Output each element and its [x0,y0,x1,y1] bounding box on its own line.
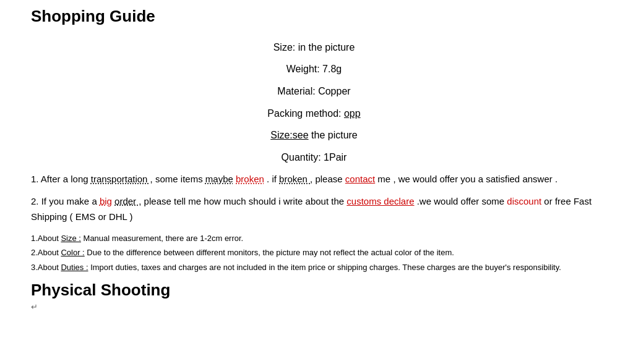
spec-size: Size: in the picture [31,40,597,56]
note-duties: 3.About Duties : Import duties, taxes an… [31,260,597,274]
contact-link[interactable]: contact [345,174,375,184]
return-symbol: ↵ [31,302,597,311]
order-word: order , [114,196,141,206]
spec-quantity: Quantity: 1Pair [31,150,597,166]
spec-weight: Weight: 7.8g [31,61,597,77]
broken1-word: broken [236,174,264,184]
spec-size-see: Size:see the picture [31,127,597,143]
size-see-label: Size:see [270,130,308,140]
notes-section: 1.About Size : Manual measurement, there… [31,231,597,274]
customs-declare-link[interactable]: customs declare [346,196,414,206]
physical-shooting-title: Physical Shooting [31,281,597,300]
note-color: 2.About Color : Due to the difference be… [31,245,597,260]
spec-packing: Packing method: opp [31,106,597,122]
big-word: big [100,196,112,206]
note-color-label: Color : [61,248,84,257]
note-duties-label: Duties : [61,263,88,272]
discount-word: discount [507,196,541,206]
spec-material: Material: Copper [31,83,597,99]
note-size-label: Size : [61,234,81,243]
paragraph-1: 1. After a long transportation , some it… [31,171,597,187]
maybe-word: maybe [205,174,233,184]
note-size: 1.About Size : Manual measurement, there… [31,231,597,245]
transportation-word: transportation , [91,174,153,184]
paragraph-2: 2. If you make a big order , please tell… [31,193,597,225]
packing-value: opp [344,108,361,119]
broken2-word: broken , [279,174,312,184]
shopping-guide-title: Shopping Guide [31,6,597,27]
